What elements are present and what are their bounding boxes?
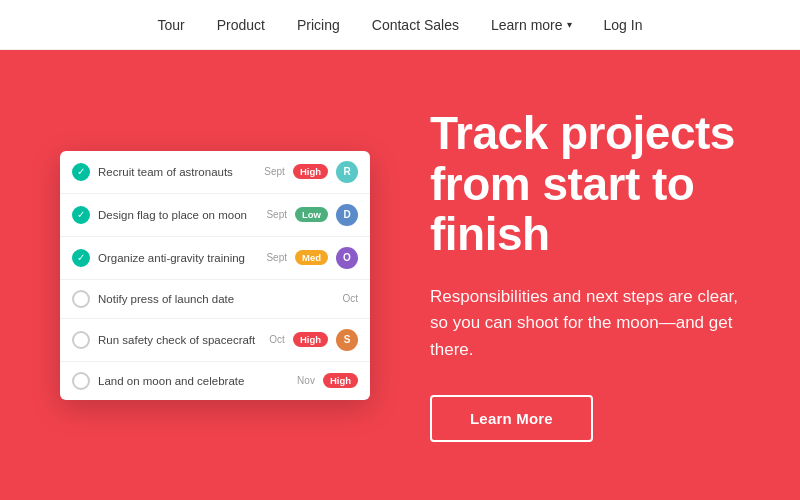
nav-product[interactable]: Product (217, 17, 265, 33)
chevron-down-icon: ▾ (567, 19, 572, 30)
nav-tour[interactable]: Tour (158, 17, 185, 33)
nav-learn-more-label: Learn more (491, 17, 563, 33)
task-row: ✓Organize anti-gravity trainingSeptMedO (60, 237, 370, 280)
avatar: O (336, 247, 358, 269)
task-row: Run safety check of spacecraftOctHighS (60, 319, 370, 362)
task-check-icon[interactable]: ✓ (72, 163, 90, 181)
task-month: Oct (269, 334, 285, 345)
task-name: Recruit team of astronauts (98, 166, 256, 178)
task-row: ✓Design flag to place on moonSeptLowD (60, 194, 370, 237)
hero-title: Track projects from start to finish (430, 108, 740, 260)
nav-links: Tour Product Pricing Contact Sales Learn… (158, 17, 643, 33)
task-check-icon[interactable] (72, 331, 90, 349)
task-row: Land on moon and celebrateNovHigh (60, 362, 370, 400)
task-month: Sept (266, 209, 287, 220)
task-name: Land on moon and celebrate (98, 375, 289, 387)
task-check-icon[interactable] (72, 372, 90, 390)
nav-login[interactable]: Log In (604, 17, 643, 33)
task-month: Oct (342, 293, 358, 304)
avatar: S (336, 329, 358, 351)
task-check-icon[interactable]: ✓ (72, 206, 90, 224)
nav-contact-sales[interactable]: Contact Sales (372, 17, 459, 33)
task-list-card: ✓Recruit team of astronautsSeptHighR✓Des… (60, 151, 370, 400)
hero-content: Track projects from start to finish Resp… (430, 108, 740, 442)
task-check-icon[interactable]: ✓ (72, 249, 90, 267)
learn-more-button[interactable]: Learn More (430, 395, 593, 442)
task-check-icon[interactable] (72, 290, 90, 308)
task-name: Organize anti-gravity training (98, 252, 258, 264)
task-name: Notify press of launch date (98, 293, 334, 305)
task-priority-badge: Low (295, 207, 328, 222)
task-priority-badge: Med (295, 250, 328, 265)
task-priority-badge: High (293, 164, 328, 179)
task-priority-badge: High (293, 332, 328, 347)
task-name: Run safety check of spacecraft (98, 334, 261, 346)
hero-subtitle: Responsibilities and next steps are clea… (430, 284, 740, 363)
task-month: Sept (264, 166, 285, 177)
hero-section: ✓Recruit team of astronautsSeptHighR✓Des… (0, 50, 800, 500)
nav-learn-more[interactable]: Learn more ▾ (491, 17, 572, 33)
task-name: Design flag to place on moon (98, 209, 258, 221)
avatar: R (336, 161, 358, 183)
task-row: ✓Recruit team of astronautsSeptHighR (60, 151, 370, 194)
task-month: Sept (266, 252, 287, 263)
task-row: Notify press of launch dateOct (60, 280, 370, 319)
avatar: D (336, 204, 358, 226)
task-month: Nov (297, 375, 315, 386)
navbar: Tour Product Pricing Contact Sales Learn… (0, 0, 800, 50)
nav-pricing[interactable]: Pricing (297, 17, 340, 33)
task-priority-badge: High (323, 373, 358, 388)
